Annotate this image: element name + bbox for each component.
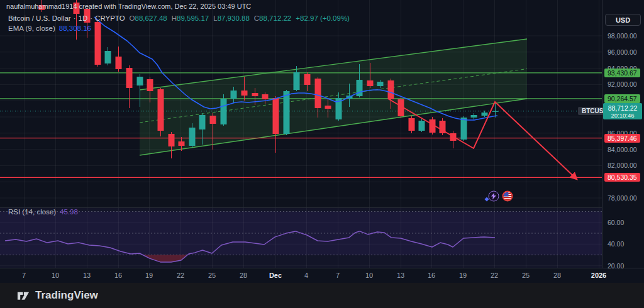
candle-body (210, 116, 216, 124)
attribution-text: naufalmuhammad1914 created with TradingV… (6, 3, 251, 10)
time-axis-label: 28 (240, 268, 247, 282)
time-axis-label: 22 (177, 268, 184, 282)
time-axis-label: 19 (145, 268, 153, 282)
price-level-badge-green: 90,264.57 (604, 94, 640, 103)
low-value: 87,930.88 (218, 14, 250, 22)
time-axis-label: 10 (52, 268, 59, 282)
candle-body (419, 121, 425, 131)
price-axis-label: 84,000.00 (608, 146, 637, 153)
high-value: 89,595.17 (177, 14, 209, 22)
time-axis-label: 16 (428, 268, 435, 282)
separator-dot: · (90, 14, 92, 22)
rsi-legend-row: RSI (14, close)45.98 (8, 208, 78, 216)
close-label: C (254, 14, 259, 22)
candle-body (461, 118, 467, 140)
tradingview-logo-text: TradingView (35, 289, 98, 302)
candle-body (262, 94, 269, 99)
candle-body (179, 141, 185, 146)
time-axis-label: 13 (397, 268, 404, 282)
candle-body (409, 118, 415, 131)
tradingview-logo[interactable]: TradingView (16, 289, 98, 302)
currency-selector-button[interactable]: USD (605, 14, 641, 26)
price-level-badge-red: 85,397.46 (604, 134, 640, 143)
candle-body (284, 91, 290, 134)
candle-body (471, 115, 477, 118)
time-axis-label: Dec (269, 268, 282, 282)
candle-body (273, 98, 279, 134)
price-scale[interactable]: 98,000.0096,000.0094,000.0092,000.0086,0… (602, 0, 644, 268)
footer-bar: TradingView (0, 283, 644, 308)
tradingview-chart-window: naufalmuhammad1914 created with TradingV… (0, 0, 644, 308)
time-axis-label: 7 (336, 268, 340, 282)
rsi-indicator-value: 45.98 (60, 208, 78, 216)
time-axis-label: 7 (22, 268, 26, 282)
price-level-badge-red: 80,530.35 (604, 173, 640, 182)
time-axis-label: 4 (304, 268, 308, 282)
candle-body (377, 82, 384, 86)
time-axis-label: 13 (83, 268, 91, 282)
time-axis-label: 22 (491, 268, 498, 282)
candle-body (367, 80, 374, 86)
price-axis-label: 96,000.00 (608, 48, 637, 56)
candle-body (231, 91, 237, 99)
rsi-axis-label: 20.00 (608, 262, 624, 270)
time-axis-label: 28 (553, 268, 561, 282)
time-axis-label: 19 (459, 268, 467, 282)
open-label: O (130, 14, 135, 22)
interval-label[interactable]: 1D (79, 14, 88, 22)
current-price-badge: 88,712.22 20:10:46 (603, 103, 642, 119)
price-level-badge-green: 93,430.67 (604, 69, 640, 77)
time-scale[interactable]: 710131619222528Dec47101316192225282026 (0, 268, 644, 283)
ema-indicator-value: 88,308.16 (59, 25, 91, 32)
time-axis-label: 25 (522, 268, 530, 282)
price-axis-label: 98,000.00 (608, 32, 637, 40)
separator-dot: · (74, 14, 76, 22)
candle-body (492, 111, 499, 112)
time-axis-label: 16 (114, 268, 122, 282)
symbol-legend: Bitcoin / U.S. Dollar·1D·CRYPTOO88,627.4… (8, 13, 350, 33)
exchange-label: CRYPTO (95, 14, 125, 22)
candle-body (242, 91, 248, 96)
time-axis-label: 2026 (591, 268, 606, 282)
attribution-bar: naufalmuhammad1914 created with TradingV… (0, 0, 644, 13)
candle-body (169, 134, 175, 146)
symbol-title-row: Bitcoin / U.S. Dollar·1D·CRYPTOO88,627.4… (8, 13, 350, 23)
price-axis-label: 92,000.00 (608, 80, 637, 88)
candle-body (199, 115, 206, 129)
price-axis-label: 82,000.00 (608, 162, 637, 169)
ema-indicator-label[interactable]: EMA (9, close) (8, 25, 55, 32)
candle-body (105, 51, 111, 63)
candle-body (252, 93, 258, 96)
candle-body (325, 106, 331, 109)
ema-legend-row: EMA (9, close)88,308.16 (8, 23, 350, 33)
candle-body (221, 99, 227, 124)
candle-body (147, 79, 153, 91)
time-axis-label: 10 (365, 268, 373, 282)
candle-body (315, 79, 321, 108)
candle-body (158, 89, 164, 131)
bar-countdown: 20:10:46 (603, 112, 642, 119)
candle-body (388, 80, 394, 99)
rsi-axis-label: 60.00 (608, 219, 624, 226)
change-value: +82.97 (+0.09%) (296, 14, 350, 22)
candle-body (304, 74, 311, 85)
open-value: 88,627.48 (135, 14, 167, 22)
rsi-indicator-label[interactable]: RSI (14, close) (8, 208, 56, 216)
price-axis-label: 78,000.00 (608, 194, 637, 202)
chart-canvas[interactable] (0, 0, 602, 268)
close-value: 88,712.22 (259, 14, 291, 22)
tradingview-logo-icon (16, 289, 30, 302)
rsi-axis-label: 40.00 (608, 240, 624, 248)
candle-body (189, 128, 196, 146)
candle-body (137, 77, 143, 85)
candle-body (116, 57, 122, 69)
candle-body (482, 113, 488, 116)
high-label: H (172, 14, 177, 22)
candle-body (126, 68, 133, 88)
symbol-title[interactable]: Bitcoin / U.S. Dollar (8, 14, 71, 22)
current-price-value: 88,712.22 (603, 104, 642, 112)
candle-body (294, 72, 300, 90)
time-axis-label: 25 (208, 268, 216, 282)
